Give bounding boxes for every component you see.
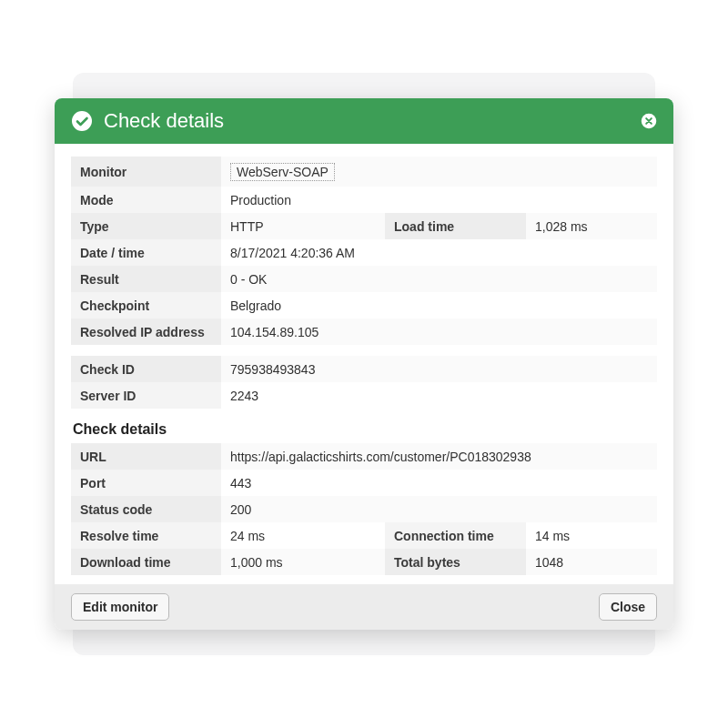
label-load-time: Load time [385,213,526,239]
value-mode: Production [221,187,657,213]
value-download-time: 1,000 ms [221,549,385,575]
value-type: HTTP [221,213,385,239]
label-type: Type [71,213,221,239]
value-checkpoint: Belgrado [221,292,657,318]
table-check-details: URL https://api.galacticshirts.com/custo… [71,443,657,575]
check-details-modal: Check details Monitor WebServ-SOAP Mode … [55,98,673,630]
value-check-id: 795938493843 [221,356,657,382]
modal-body: Monitor WebServ-SOAP Mode Production Typ… [55,144,673,584]
table-ids: Check ID 795938493843 Server ID 2243 [71,356,657,409]
label-total-bytes: Total bytes [385,549,526,575]
check-circle-icon [71,110,93,132]
value-date-time: 8/17/2021 4:20:36 AM [221,239,657,266]
edit-monitor-button[interactable]: Edit monitor [71,593,169,621]
label-status-code: Status code [71,496,221,522]
close-icon[interactable] [641,113,657,129]
value-resolve-time: 24 ms [221,522,385,549]
close-button[interactable]: Close [599,593,657,621]
value-load-time: 1,028 ms [526,213,657,239]
label-connection-time: Connection time [385,522,526,549]
label-download-time: Download time [71,549,221,575]
modal-footer: Edit monitor Close [55,584,673,630]
value-total-bytes: 1048 [526,549,657,575]
value-server-id: 2243 [221,382,657,409]
label-checkpoint: Checkpoint [71,292,221,318]
value-url: https://api.galacticshirts.com/customer/… [221,443,657,470]
label-date-time: Date / time [71,239,221,266]
monitor-link[interactable]: WebServ-SOAP [230,163,335,181]
label-check-id: Check ID [71,356,221,382]
label-resolved-ip: Resolved IP address [71,318,221,345]
value-monitor-cell: WebServ-SOAP [221,157,657,187]
label-monitor: Monitor [71,157,221,187]
modal-header: Check details [55,98,673,144]
label-server-id: Server ID [71,382,221,409]
value-port: 443 [221,470,657,496]
value-connection-time: 14 ms [526,522,657,549]
section-heading-check-details: Check details [73,421,657,438]
value-resolved-ip: 104.154.89.105 [221,318,657,345]
value-result: 0 - OK [221,266,657,292]
modal-title: Check details [104,109,630,133]
svg-point-0 [72,111,92,131]
label-mode: Mode [71,187,221,213]
label-result: Result [71,266,221,292]
label-resolve-time: Resolve time [71,522,221,549]
value-status-code: 200 [221,496,657,522]
table-summary: Monitor WebServ-SOAP Mode Production Typ… [71,157,657,345]
label-url: URL [71,443,221,470]
label-port: Port [71,470,221,496]
